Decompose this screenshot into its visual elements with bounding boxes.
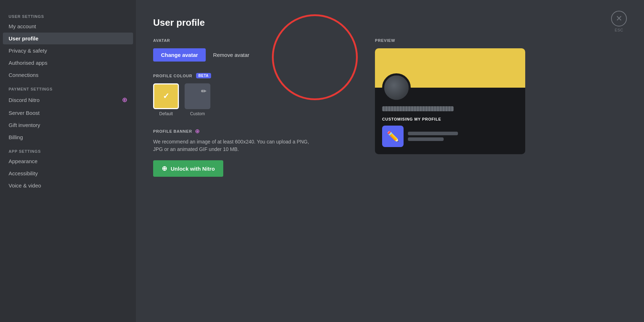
- sidebar-item-discord-nitro[interactable]: Discord Nitro⊕: [3, 93, 133, 107]
- unlock-nitro-button[interactable]: ⊕ Unlock with Nitro: [153, 160, 223, 177]
- sidebar-item-server-boost[interactable]: Server Boost: [3, 107, 133, 119]
- avatar-actions: Change avatar Remove avatar: [153, 48, 353, 62]
- sidebar-item-authorised-apps[interactable]: Authorised apps: [3, 57, 133, 69]
- default-colour-option: ✓ Default: [153, 83, 179, 116]
- unlock-nitro-label: Unlock with Nitro: [171, 166, 215, 172]
- sidebar-item-appearance[interactable]: Appearance: [3, 155, 133, 167]
- sidebar-item-label: My account: [9, 23, 36, 29]
- sidebar-item-accessibility[interactable]: Accessibility: [3, 167, 133, 179]
- banner-header: PROFILE BANNER ⊕: [153, 128, 353, 135]
- default-colour-swatch[interactable]: ✓: [153, 83, 179, 109]
- avatar-image: [384, 75, 409, 100]
- preview-banner: [375, 48, 525, 88]
- esc-label: ESC: [615, 28, 623, 32]
- profile-banner-section: PROFILE BANNER ⊕ We recommend an image o…: [153, 128, 353, 177]
- profile-colour-header: PROFILE COLOUR BETA: [153, 73, 353, 78]
- activity-line-1: [408, 132, 458, 135]
- main-content: ✕ ESC User profile AVATAR Change avatar …: [136, 0, 644, 322]
- default-colour-label: Default: [159, 111, 173, 116]
- sidebar-item-privacy-safety[interactable]: Privacy & safety: [3, 45, 133, 57]
- sidebar-item-label: Billing: [9, 134, 23, 140]
- profile-colour-label: PROFILE COLOUR: [153, 74, 192, 78]
- nitro-sidebar-icon: ⊕: [122, 96, 127, 104]
- sidebar-item-label: Server Boost: [9, 110, 40, 116]
- preview-username: [382, 106, 454, 111]
- close-button[interactable]: ✕: [611, 11, 627, 26]
- sidebar-section-label: PAYMENT SETTINGS: [3, 81, 133, 93]
- nitro-btn-icon: ⊕: [162, 165, 167, 172]
- avatar-section-label: AVATAR: [153, 38, 353, 43]
- customising-section-title: CUSTOMISING MY PROFILE: [382, 117, 518, 121]
- close-button-area: ✕ ESC: [611, 11, 627, 32]
- sidebar: USER SETTINGSMy accountUser profilePriva…: [0, 0, 136, 322]
- custom-colour-label: Custom: [190, 111, 205, 116]
- right-panel: PREVIEW CUSTOMISING MY PROFILE ✏️: [375, 38, 525, 154]
- colour-options: ✓ Default ✏ Custom: [153, 83, 353, 116]
- banner-description: We recommend an image of at least 600x24…: [153, 138, 318, 153]
- profile-colour-section: PROFILE COLOUR BETA ✓ Default ✏ Cus: [153, 73, 353, 116]
- sidebar-item-label: Connections: [9, 72, 38, 78]
- sidebar-item-connections[interactable]: Connections: [3, 69, 133, 81]
- content-layout: AVATAR Change avatar Remove avatar PROFI…: [153, 38, 630, 185]
- nitro-icon: ⊕: [195, 128, 200, 135]
- left-panel: AVATAR Change avatar Remove avatar PROFI…: [153, 38, 353, 185]
- check-icon: ✓: [163, 92, 169, 101]
- sidebar-item-gift-inventory[interactable]: Gift inventory: [3, 119, 133, 131]
- sidebar-item-label: Discord Nitro: [9, 97, 40, 103]
- sidebar-item-voice-video[interactable]: Voice & video: [3, 180, 133, 191]
- profile-banner-label: PROFILE BANNER: [153, 129, 192, 133]
- sidebar-item-label: User profile: [9, 35, 38, 42]
- preview-activity: ✏️: [382, 126, 518, 147]
- sidebar-item-label: Appearance: [9, 158, 38, 164]
- preview-card: CUSTOMISING MY PROFILE ✏️: [375, 48, 525, 154]
- sidebar-item-label: Authorised apps: [9, 60, 47, 66]
- preview-avatar: [382, 73, 411, 102]
- avatar-section: AVATAR Change avatar Remove avatar: [153, 38, 353, 62]
- remove-avatar-button[interactable]: Remove avatar: [213, 50, 249, 59]
- sidebar-item-user-profile[interactable]: User profile: [3, 33, 133, 44]
- pencil-icon: ✏: [201, 87, 206, 95]
- activity-line-2: [408, 137, 444, 141]
- custom-colour-swatch[interactable]: ✏: [185, 83, 210, 109]
- sidebar-item-billing[interactable]: Billing: [3, 131, 133, 143]
- sidebar-item-label: Accessibility: [9, 170, 38, 176]
- sidebar-item-my-account[interactable]: My account: [3, 20, 133, 32]
- activity-icon: ✏️: [382, 126, 404, 147]
- activity-text: [408, 132, 458, 141]
- beta-badge: BETA: [196, 73, 211, 78]
- change-avatar-button[interactable]: Change avatar: [153, 48, 206, 62]
- sidebar-item-label: Voice & video: [9, 182, 41, 189]
- page-title: User profile: [153, 17, 630, 28]
- preview-label: PREVIEW: [375, 38, 525, 43]
- sidebar-section-label: USER SETTINGS: [3, 9, 133, 20]
- sidebar-item-label: Privacy & safety: [9, 48, 47, 54]
- custom-colour-option: ✏ Custom: [185, 83, 210, 116]
- sidebar-section-label: APP SETTINGS: [3, 143, 133, 155]
- sidebar-item-label: Gift inventory: [9, 122, 40, 128]
